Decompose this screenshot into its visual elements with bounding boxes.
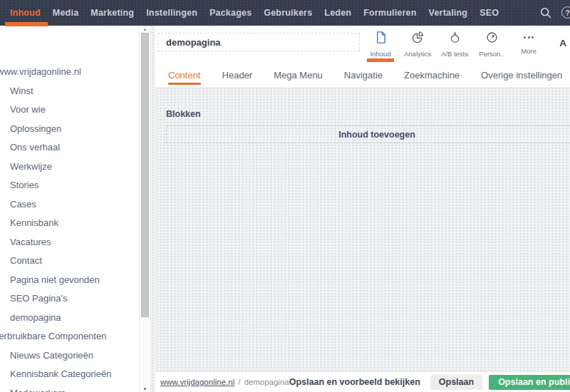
settings-tabs: Content Header Mega Menu Navigatie Zoekm… xyxy=(168,70,562,87)
sidebar-item-stories[interactable]: Stories xyxy=(0,176,139,195)
nav-item-gebruikers[interactable]: Gebruikers xyxy=(264,8,312,18)
nav-item-packages[interactable]: Packages xyxy=(209,8,252,18)
breadcrumb-separator: / xyxy=(238,378,240,386)
pie-chart-icon xyxy=(411,31,425,47)
sidebar-item-seo-paginas[interactable]: SEO Pagina's xyxy=(0,289,139,309)
tab-navigatie[interactable]: Navigatie xyxy=(344,70,383,87)
sidebar-item-cases[interactable]: Cases xyxy=(0,195,139,215)
sidebar-item-werkwijze[interactable]: Werkwijze xyxy=(0,158,139,177)
content-blocks-area: Blokken Inhoud toevoegen xyxy=(155,87,570,371)
save-and-publish-button[interactable]: Opslaan en publiceren xyxy=(489,375,570,390)
sidebar-item-pagina-niet-gevonden[interactable]: Pagina niet gevonden xyxy=(0,271,139,290)
scroll-down-arrow-icon[interactable]: ▼ xyxy=(140,387,150,391)
gauge-icon xyxy=(485,31,499,47)
view-tab-label: Person.. xyxy=(479,50,504,58)
tab-zoekmachine[interactable]: Zoekmachine xyxy=(404,70,460,87)
nav-item-marketing[interactable]: Marketing xyxy=(90,8,134,18)
view-tab-label: More xyxy=(521,47,537,55)
nav-item-instellingen[interactable]: Instellingen xyxy=(146,8,197,18)
nav-item-vertaling[interactable]: Vertaling xyxy=(429,8,468,18)
tab-header[interactable]: Header xyxy=(222,70,253,87)
page-editor-header: Inhoud Analytics xyxy=(155,26,570,87)
view-tab-label: A/B tests xyxy=(441,50,468,58)
editor-footer-bar: www.vrijdagonline.nl / demopagina Opslaa… xyxy=(155,371,570,392)
breadcrumb-current-page: demopagina xyxy=(244,378,289,386)
nav-item-inhoud[interactable]: Inhoud xyxy=(10,8,41,18)
sidebar-item-vacatures[interactable]: Vacatures xyxy=(0,233,139,252)
view-tab-ab-tests[interactable]: A/B tests xyxy=(439,31,470,58)
search-icon[interactable] xyxy=(539,6,552,19)
add-content-button[interactable]: Inhoud toevoegen xyxy=(166,125,570,143)
breadcrumb-site-link[interactable]: www.vrijdagonline.nl xyxy=(160,378,234,386)
sidebar-page-tree: www.vrijdagonline.nl Winst Voor wie Oplo… xyxy=(0,26,139,392)
save-and-preview-link[interactable]: Opslaan en voorbeeld bekijken xyxy=(289,377,420,387)
view-tab-personalisatie[interactable]: Person.. xyxy=(476,31,507,58)
document-icon xyxy=(374,31,388,47)
view-tab-inhoud[interactable]: Inhoud xyxy=(365,31,396,58)
sidebar-item-winst[interactable]: Winst xyxy=(0,82,139,101)
help-icon[interactable]: ? xyxy=(561,6,570,19)
scroll-up-arrow-icon[interactable]: ▲ xyxy=(140,27,150,31)
main-panel: Inhoud Analytics xyxy=(155,26,570,392)
nav-item-seo[interactable]: SEO xyxy=(480,8,499,18)
flask-icon xyxy=(448,31,462,47)
more-dots-icon xyxy=(524,31,534,44)
cms-app-window: Inhoud Media Marketing Instellingen Pack… xyxy=(0,0,570,392)
scrollbar-thumb[interactable] xyxy=(141,33,149,317)
clipped-header-text: A xyxy=(559,38,566,48)
nav-item-leden[interactable]: Leden xyxy=(324,8,351,18)
view-tab-analytics[interactable]: Analytics xyxy=(402,31,433,58)
sidebar-item-nieuws-categorieen[interactable]: Nieuws Categorieën xyxy=(0,346,139,366)
sidebar-item-kennisbank[interactable]: Kennisbank xyxy=(0,214,139,233)
sidebar-item-medewerkers[interactable]: Medewerkers xyxy=(0,384,139,392)
sidebar-item-demopagina[interactable]: demopagina xyxy=(0,309,139,328)
sidebar-item-ons-verhaal[interactable]: Ons verhaal xyxy=(0,138,139,158)
sidebar-item-herbruikbare-componenten[interactable]: Herbruikbare Componenten xyxy=(0,327,139,346)
tab-content[interactable]: Content xyxy=(168,70,201,87)
sidebar-item-site-root[interactable]: www.vrijdagonline.nl xyxy=(0,63,139,82)
tab-mega-menu[interactable]: Mega Menu xyxy=(274,70,323,87)
nav-item-formulieren[interactable]: Formulieren xyxy=(363,8,416,18)
nav-item-media[interactable]: Media xyxy=(53,8,78,18)
sidebar-item-kennisbank-categorieen[interactable]: Kennisbank Categorieën xyxy=(0,365,139,384)
page-title-input[interactable] xyxy=(157,33,360,51)
view-tab-label: Analytics xyxy=(404,50,431,58)
save-button[interactable]: Opslaan xyxy=(430,375,482,390)
view-tab-more[interactable]: More xyxy=(513,31,544,58)
editor-view-tabs: Inhoud Analytics xyxy=(365,31,544,58)
sidebar-item-oplossingen[interactable]: Oplossingen xyxy=(0,120,139,139)
tab-overige-instellingen[interactable]: Overige instellingen xyxy=(481,70,562,87)
sidebar-item-voor-wie[interactable]: Voor wie xyxy=(0,100,139,120)
top-nav: Inhoud Media Marketing Instellingen Pack… xyxy=(0,0,570,26)
blokken-section-label: Blokken xyxy=(166,109,570,119)
sidebar-scrollbar[interactable]: ▲ ▼ xyxy=(139,26,151,392)
view-tab-label: Inhoud xyxy=(370,50,390,58)
sidebar-item-contact[interactable]: Contact xyxy=(0,252,139,271)
